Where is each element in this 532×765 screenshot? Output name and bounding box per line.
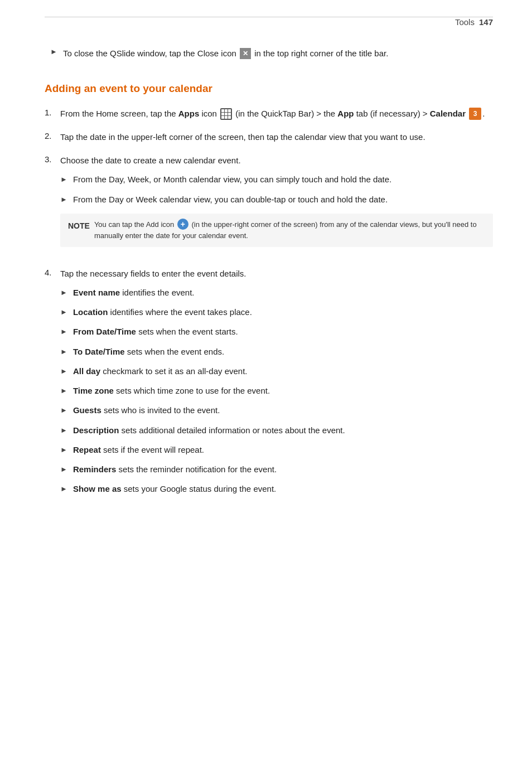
apps-icon [220, 108, 232, 120]
close-icon: ✕ [240, 48, 251, 59]
header-page-num: 147 [479, 17, 493, 27]
intro-bullet-text: To close the QSlide window, tap the Clos… [63, 47, 389, 60]
step-4-num: 4. [45, 268, 60, 277]
sub-text-timezone: Time zone sets which time zone to use fo… [73, 384, 270, 397]
sub-arrow-2: ► [60, 194, 67, 206]
calendar-icon: 3 [469, 108, 481, 120]
field-timezone: ► Time zone sets which time zone to use … [60, 384, 493, 397]
field-guests: ► Guests sets who is invited to the even… [60, 404, 493, 417]
field-to-datetime: ► To Date/Time sets when the event ends. [60, 345, 493, 358]
field-repeat: ► Repeat sets if the event will repeat. [60, 443, 493, 456]
sub-arrow-to: ► [60, 346, 67, 358]
numbered-list: 1. From the Home screen, tap the Apps ic… [45, 107, 493, 502]
apps-label: Apps [178, 109, 200, 118]
step-3: 3. Choose the date to create a new calen… [45, 154, 493, 257]
sub-arrow-1: ► [60, 174, 67, 186]
add-icon: + [177, 219, 188, 230]
field-description: ► Description sets additional detailed i… [60, 424, 493, 437]
sub-text-repeat: Repeat sets if the event will repeat. [73, 443, 204, 456]
step-2-num: 2. [45, 131, 60, 141]
sub-text-2: From the Day or Week calendar view, you … [73, 193, 388, 206]
sub-text-location: Location identifies where the event take… [73, 306, 252, 318]
sub-arrow-timezone: ► [60, 385, 67, 397]
step-4-sub-bullets: ► Event name identifies the event. ► Loc… [60, 286, 493, 496]
sub-text-description: Description sets additional detailed inf… [73, 424, 345, 437]
sub-text-to: To Date/Time sets when the event ends. [73, 345, 224, 358]
note-box: NOTE You can tap the Add icon + (in the … [60, 214, 493, 247]
header-title: Tools [455, 17, 475, 27]
sub-arrow-reminders: ► [60, 464, 67, 476]
intro-bullet-arrow: ► [50, 47, 57, 56]
field-from-datetime: ► From Date/Time sets when the event sta… [60, 325, 493, 338]
sub-arrow-showmeas: ► [60, 483, 67, 495]
sub-text-event-name: Event name identifies the event. [73, 286, 195, 299]
step-1: 1. From the Home screen, tap the Apps ic… [45, 107, 493, 120]
step-2-content: Tap the date in the upper-left corner of… [60, 130, 493, 144]
section-title: Adding an event to your calendar [45, 83, 493, 95]
field-reminders: ► Reminders sets the reminder notificati… [60, 463, 493, 476]
sub-arrow-allday: ► [60, 366, 67, 377]
intro-bullet: ► To close the QSlide window, tap the Cl… [50, 47, 493, 60]
step-3-sub-1: ► From the Day, Week, or Month calendar … [60, 173, 493, 186]
field-all-day: ► All day checkmark to set it as an all-… [60, 365, 493, 377]
step-2: 2. Tap the date in the upper-left corner… [45, 130, 493, 144]
field-event-name: ► Event name identifies the event. [60, 286, 493, 299]
sub-arrow-location: ► [60, 307, 67, 318]
sub-text-showmeas: Show me as sets your Google status durin… [73, 482, 276, 495]
sub-arrow-repeat: ► [60, 444, 67, 456]
field-location: ► Location identifies where the event ta… [60, 306, 493, 318]
step-3-num: 3. [45, 154, 60, 164]
header-bar: Tools 147 [45, 17, 493, 31]
step-4: 4. Tap the necessary fields to enter the… [45, 267, 493, 502]
app-tab-label: App [337, 109, 354, 118]
step-3-sub-2: ► From the Day or Week calendar view, yo… [60, 193, 493, 206]
sub-arrow-guests: ► [60, 405, 67, 417]
note-label: NOTE [68, 220, 90, 232]
sub-text-allday: All day checkmark to set it as an all-da… [73, 365, 248, 377]
sub-text-guests: Guests sets who is invited to the event. [73, 404, 220, 417]
step-3-content: Choose the date to create a new calendar… [60, 154, 493, 257]
step-3-sub-bullets: ► From the Day, Week, or Month calendar … [60, 173, 493, 206]
note-text: You can tap the Add icon + (in the upper… [94, 219, 485, 241]
field-show-me-as: ► Show me as sets your Google status dur… [60, 482, 493, 495]
page: Tools 147 ► To close the QSlide window, … [0, 0, 532, 765]
step-1-content: From the Home screen, tap the Apps icon … [60, 107, 493, 120]
sub-text-from: From Date/Time sets when the event start… [73, 325, 238, 338]
step-1-num: 1. [45, 108, 60, 117]
sub-arrow-description: ► [60, 425, 67, 437]
sub-text-reminders: Reminders sets the reminder notification… [73, 463, 277, 476]
sub-text-1: From the Day, Week, or Month calendar vi… [73, 173, 391, 186]
step-4-content: Tap the necessary fields to enter the ev… [60, 267, 493, 502]
sub-arrow-from: ► [60, 326, 67, 338]
calendar-label: Calendar [430, 109, 466, 118]
sub-arrow-event-name: ► [60, 287, 67, 299]
